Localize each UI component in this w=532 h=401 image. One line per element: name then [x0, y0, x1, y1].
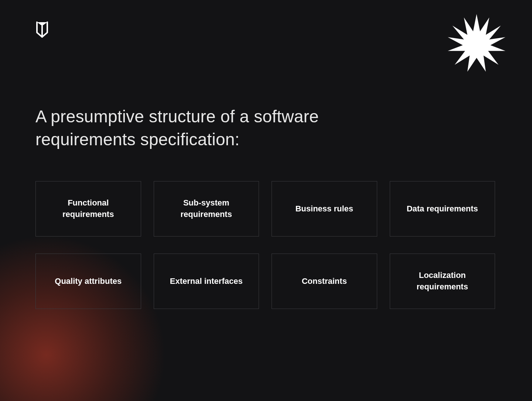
card-constraints: Constraints — [272, 254, 377, 309]
card-functional-requirements: Functional requirements — [35, 181, 141, 237]
card-label: Functional requirements — [43, 197, 133, 220]
card-label: Business rules — [295, 203, 353, 215]
card-label: Quality attributes — [55, 276, 122, 287]
card-label: Localization requirements — [398, 270, 488, 293]
card-data-requirements: Data requirements — [390, 181, 495, 237]
card-label: Sub-system requirements — [161, 197, 252, 220]
card-label: External interfaces — [170, 276, 243, 287]
card-label: Constraints — [302, 276, 347, 287]
starburst-icon — [448, 14, 505, 72]
card-localization-requirements: Localization requirements — [390, 254, 495, 309]
card-quality-attributes: Quality attributes — [35, 254, 141, 309]
card-external-interfaces: External interfaces — [154, 254, 259, 309]
card-label: Data requirements — [407, 203, 478, 215]
card-business-rules: Business rules — [272, 181, 377, 237]
card-sub-system-requirements: Sub-system requirements — [154, 181, 259, 237]
cards-grid: Functional requirements Sub-system requi… — [35, 181, 495, 309]
brand-logo-icon — [35, 21, 49, 38]
main-content: A presumptive structure of a software re… — [35, 105, 495, 309]
page-title: A presumptive structure of a software re… — [35, 105, 368, 151]
